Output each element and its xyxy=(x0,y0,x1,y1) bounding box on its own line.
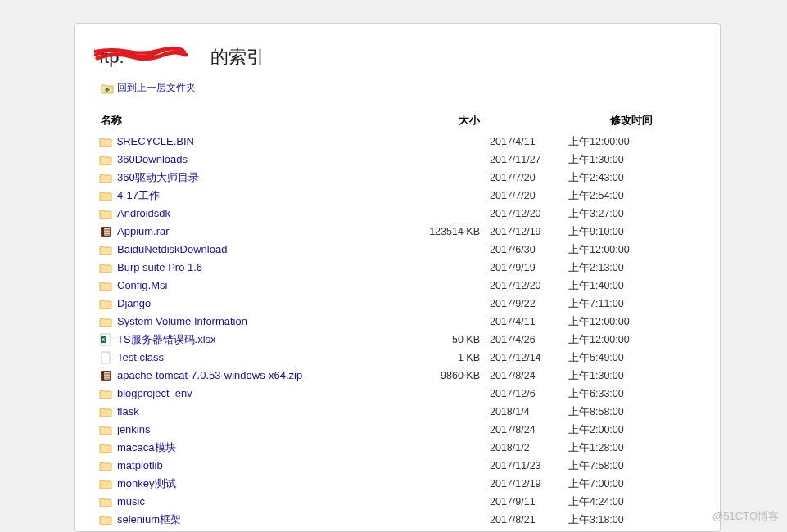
file-name-cell: XTS服务器错误码.xlsx xyxy=(99,331,414,349)
file-time: 上午1:28:00 xyxy=(567,439,695,457)
file-date: 2017/7/20 xyxy=(488,169,567,187)
file-name-cell: matplotlib xyxy=(99,457,414,475)
folder-icon xyxy=(99,297,112,310)
file-link[interactable]: Django xyxy=(117,296,151,311)
file-name-cell: Burp suite Pro 1.6 xyxy=(99,259,414,277)
file-link[interactable]: apache-tomcat-7.0.53-windows-x64.zip xyxy=(117,368,302,383)
file-name-cell: music xyxy=(99,493,414,511)
file-name-cell: apache-tomcat-7.0.53-windows-x64.zip xyxy=(99,367,414,385)
file-link[interactable]: flask xyxy=(117,404,139,419)
table-row: Appium.rar123514 KB2017/12/19上午9:10:00 xyxy=(99,223,695,241)
file-size: 9860 KB xyxy=(414,367,488,385)
column-header-mtime: 修改时间 xyxy=(567,110,695,133)
file-date: 2017/9/22 xyxy=(488,295,567,313)
watermark: @51CTO博客 xyxy=(712,509,779,524)
file-name-cell: Django xyxy=(99,295,414,313)
table-row: monkey测试2017/12/19上午7:00:00 xyxy=(99,475,695,493)
folder-icon xyxy=(99,207,112,220)
parent-directory-link[interactable]: 回到上一层文件夹 xyxy=(101,81,196,95)
table-row: Test.class1 KB2017/12/14上午5:49:00 xyxy=(99,349,695,367)
file-link[interactable]: 360驱动大师目录 xyxy=(117,170,199,185)
file-link[interactable]: monkey测试 xyxy=(117,476,176,491)
file-date: 2017/4/11 xyxy=(488,313,567,331)
table-row: jenkins2017/8/24上午2:00:00 xyxy=(99,421,695,439)
file-link[interactable]: Burp suite Pro 1.6 xyxy=(117,260,202,275)
table-row: 360驱动大师目录2017/7/20上午2:43:00 xyxy=(99,169,695,187)
file-size xyxy=(414,151,488,169)
file-size xyxy=(414,457,488,475)
file-name-cell: flask xyxy=(99,403,414,421)
file-name-cell: BaiduNetdiskDownload xyxy=(99,241,414,259)
file-link[interactable]: macaca模块 xyxy=(117,440,176,455)
file-link[interactable]: Config.Msi xyxy=(117,278,167,293)
file-link[interactable]: $RECYCLE.BIN xyxy=(117,134,194,149)
file-link[interactable]: System Volume Information xyxy=(117,314,247,329)
file-date: 2018/1/4 xyxy=(488,403,567,421)
file-name-cell: 360驱动大师目录 xyxy=(99,169,414,187)
table-row: flask2018/1/4上午8:58:00 xyxy=(99,403,695,421)
folder-icon xyxy=(99,261,112,274)
parent-directory-label: 回到上一层文件夹 xyxy=(117,81,196,95)
file-size xyxy=(414,313,488,331)
file-time: 上午7:58:00 xyxy=(567,457,695,475)
file-link[interactable]: selenium框架 xyxy=(117,512,181,527)
folder-icon xyxy=(99,405,112,418)
file-size xyxy=(414,259,488,277)
file-size xyxy=(414,169,488,187)
file-date: 2017/7/20 xyxy=(488,187,567,205)
file-link[interactable]: Test.class xyxy=(117,350,164,365)
folder-icon xyxy=(99,135,112,148)
svg-text:X: X xyxy=(102,337,105,342)
file-date: 2017/9/19 xyxy=(488,259,567,277)
page-title-row: ftp.xxxxxxxxx 的索引 xyxy=(99,45,695,70)
file-date: 2017/12/19 xyxy=(488,475,567,493)
folder-icon xyxy=(99,279,112,292)
file-date: 2017/11/27 xyxy=(488,151,567,169)
up-arrow-folder-icon xyxy=(101,82,114,95)
file-date: 2017/9/11 xyxy=(488,493,567,511)
file-size xyxy=(414,385,488,403)
file-name-cell: Config.Msi xyxy=(99,277,414,295)
file-size: 1 KB xyxy=(414,349,488,367)
table-row: matplotlib2017/11/23上午7:58:00 xyxy=(99,457,695,475)
file-size xyxy=(414,493,488,511)
file-time: 上午12:00:00 xyxy=(567,241,695,259)
file-time: 上午2:54:00 xyxy=(567,187,695,205)
file-link[interactable]: music xyxy=(117,494,145,509)
file-link[interactable]: Androidsdk xyxy=(117,206,170,221)
svg-rect-2 xyxy=(102,228,104,236)
file-time: 上午12:00:00 xyxy=(567,133,695,151)
file-date: 2017/12/6 xyxy=(488,385,567,403)
file-link[interactable]: matplotlib xyxy=(117,458,163,473)
table-row: $RECYCLE.BIN2017/4/11上午12:00:00 xyxy=(99,133,695,151)
table-row: selenium框架2017/8/21上午3:18:00 xyxy=(99,511,695,529)
archive-icon xyxy=(99,225,112,238)
file-link[interactable]: 360Downloads xyxy=(117,152,188,167)
folder-icon xyxy=(99,441,112,454)
file-link[interactable]: TS服务器错误码.xlsx xyxy=(117,332,216,347)
file-link[interactable]: jenkins xyxy=(117,422,150,437)
file-link[interactable]: blogproject_env xyxy=(117,386,192,401)
file-date: 2017/6/30 xyxy=(488,241,567,259)
file-time: 上午4:24:00 xyxy=(567,493,695,511)
column-header-size: 大小 xyxy=(414,110,488,133)
file-name-cell: selenium框架 xyxy=(99,511,414,529)
file-name-cell: 4-17工作 xyxy=(99,187,414,205)
file-time: 上午5:49:00 xyxy=(567,349,695,367)
table-row: Django2017/9/22上午7:11:00 xyxy=(99,295,695,313)
file-size xyxy=(414,403,488,421)
file-date: 2017/8/24 xyxy=(488,367,567,385)
file-link[interactable]: 4-17工作 xyxy=(117,188,160,203)
file-name-cell: 360Downloads xyxy=(99,151,414,169)
file-listing-table: 名称 大小 修改时间 $RECYCLE.BIN2017/4/11上午12:00:… xyxy=(99,110,695,529)
table-row: apache-tomcat-7.0.53-windows-x64.zip9860… xyxy=(99,367,695,385)
file-time: 上午2:00:00 xyxy=(567,421,695,439)
svg-rect-9 xyxy=(102,372,104,380)
table-row: 4-17工作2017/7/20上午2:54:00 xyxy=(99,187,695,205)
file-link[interactable]: Appium.rar xyxy=(117,224,170,239)
file-time: 上午12:00:00 xyxy=(567,313,695,331)
file-date: 2018/1/2 xyxy=(488,439,567,457)
table-row: Burp suite Pro 1.62017/9/19上午2:13:00 xyxy=(99,259,695,277)
page-title: ftp.xxxxxxxxx 的索引 xyxy=(99,45,695,70)
file-link[interactable]: BaiduNetdiskDownload xyxy=(117,242,227,257)
